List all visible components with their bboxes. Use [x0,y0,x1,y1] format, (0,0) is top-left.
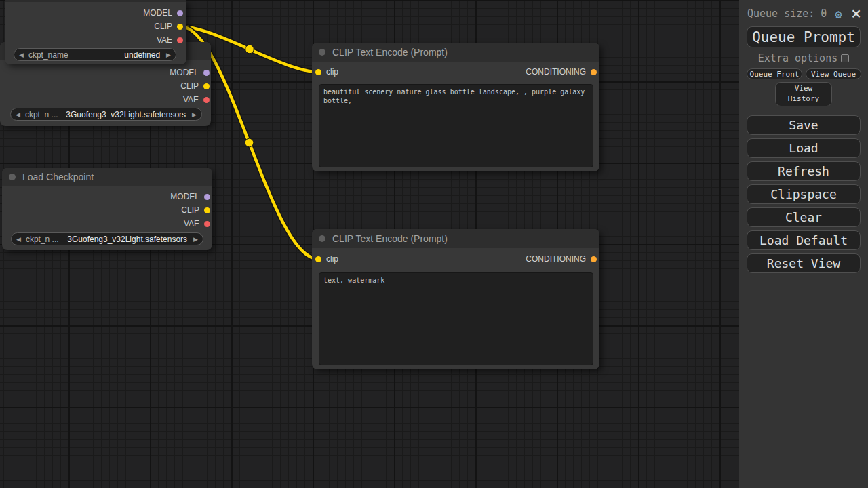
output-slot-clip[interactable]: CLIP [181,204,210,216]
extra-options-label: Extra options [758,52,837,64]
collapse-dot-icon[interactable] [319,235,326,242]
prev-arrow-icon[interactable]: ◀ [19,52,24,58]
node-graph-canvas[interactable]: MODEL CLIP VAE ◀ ckpt_n ... 3Guofeng3_v3… [0,0,739,488]
node-load-checkpoint[interactable]: Load Checkpoint MODEL CLIP VAE ◀ ckpt_n … [2,168,212,250]
clip-input-dot-icon[interactable] [315,69,321,75]
node-checkpoint-top[interactable]: MODEL CLIP VAE ◀ ckpt_name undefined ▶ [5,0,186,64]
close-icon[interactable]: × [851,7,861,20]
node-clip-encode-negative[interactable]: CLIP Text Encode (Prompt) clip CONDITION… [312,229,599,369]
load-button[interactable]: Load [747,138,861,158]
node-title: CLIP Text Encode (Prompt) [332,47,448,58]
output-slot-conditioning[interactable]: CONDITIONING [526,66,597,78]
widget-label: ckpt_n ... [25,110,58,119]
slot-label: MODEL [170,192,199,201]
save-button[interactable]: Save [747,115,861,135]
collapse-dot-icon[interactable] [319,49,326,56]
next-arrow-icon[interactable]: ▶ [193,236,198,243]
extra-options-checkbox[interactable] [841,54,849,62]
queue-prompt-button[interactable]: Queue Prompt [747,26,861,47]
queue-actions-row: Queue Front View Queue [747,68,861,79]
input-slot-clip[interactable]: clip [315,66,338,78]
model-slot-dot-icon[interactable] [203,70,210,76]
view-history-button[interactable]: View History [775,82,832,106]
widget-value: 3Guofeng3_v32Light.safetensors [67,235,187,244]
widget-label: ckpt_n ... [26,235,59,244]
slot-label: VAE [183,95,199,104]
node-title-bar[interactable] [5,0,186,2]
output-slot-clip[interactable]: CLIP [180,80,210,92]
output-slot-vae[interactable]: VAE [184,218,210,230]
node-title-bar[interactable]: CLIP Text Encode (Prompt) [312,43,599,62]
node-title-bar[interactable]: CLIP Text Encode (Prompt) [312,229,599,248]
refresh-button[interactable]: Refresh [747,161,861,181]
next-arrow-icon[interactable]: ▶ [166,52,171,58]
output-slot-vae[interactable]: VAE [157,34,183,46]
queue-front-button[interactable]: Queue Front [747,68,802,79]
input-slot-clip[interactable]: clip [315,253,338,265]
slot-label: CONDITIONING [526,254,586,264]
comfy-menu-panel: Queue size: 0 ⚙ × Queue Prompt Extra opt… [739,0,868,488]
negative-prompt-textarea[interactable]: text, watermark [319,272,593,365]
load-default-button[interactable]: Load Default [747,230,861,250]
collapse-dot-icon[interactable] [9,174,16,180]
vae-slot-dot-icon[interactable] [203,97,210,103]
ckpt-name-combo[interactable]: ◀ ckpt_name undefined ▶ [14,48,176,61]
extra-options-row: Extra options [739,53,868,64]
next-arrow-icon[interactable]: ▶ [192,111,197,118]
prev-arrow-icon[interactable]: ◀ [16,111,20,118]
ckpt-name-combo[interactable]: ◀ ckpt_n ... 3Guofeng3_v32Light.safetens… [11,232,203,245]
node-title: Load Checkpoint [22,171,94,182]
output-slot-vae[interactable]: VAE [183,94,210,106]
slot-label: clip [326,67,338,77]
slot-label: MODEL [143,8,172,18]
widget-value: 3Guofeng3_v32Light.safetensors [66,110,186,119]
output-slot-model[interactable]: MODEL [143,7,183,19]
clip-input-dot-icon[interactable] [315,256,321,262]
output-slot-conditioning[interactable]: CONDITIONING [526,253,597,265]
reset-view-button[interactable]: Reset View [747,253,861,273]
slot-label: CLIP [180,81,199,91]
settings-gear-icon[interactable]: ⚙ [835,7,842,21]
clip-slot-dot-icon[interactable] [177,24,183,30]
prev-arrow-icon[interactable]: ◀ [16,236,21,243]
slot-label: CONDITIONING [526,67,586,77]
model-slot-dot-icon[interactable] [177,10,183,16]
slot-label: MODEL [170,68,199,77]
slot-label: CLIP [181,205,199,215]
clear-button[interactable]: Clear [747,207,861,227]
node-clip-encode-positive[interactable]: CLIP Text Encode (Prompt) clip CONDITION… [312,43,599,171]
clip-slot-dot-icon[interactable] [204,207,210,214]
ckpt-name-combo[interactable]: ◀ ckpt_n ... 3Guofeng3_v32Light.safetens… [10,108,202,121]
queue-size-label: Queue size: 0 [747,7,835,20]
slot-label: clip [326,254,338,264]
vae-slot-dot-icon[interactable] [204,221,210,227]
slot-label: VAE [157,35,172,45]
output-slot-model[interactable]: MODEL [170,190,210,203]
slot-label: CLIP [154,22,172,31]
vae-slot-dot-icon[interactable] [177,37,183,43]
node-title-bar[interactable]: Load Checkpoint [2,168,212,186]
conditioning-slot-dot-icon[interactable] [591,69,597,75]
clipspace-button[interactable]: Clipspace [747,184,861,204]
widget-value: undefined [124,50,160,60]
clip-slot-dot-icon[interactable] [203,83,210,89]
positive-prompt-textarea[interactable]: beautiful scenery nature glass bottle la… [319,84,593,167]
model-slot-dot-icon[interactable] [204,194,210,200]
slot-label: VAE [184,219,199,228]
view-queue-button[interactable]: View Queue [806,68,861,79]
widget-label: ckpt_name [28,50,68,60]
menu-buttons-group: Save Load Refresh Clipspace Clear Load D… [739,115,868,273]
conditioning-slot-dot-icon[interactable] [591,256,597,262]
node-title: CLIP Text Encode (Prompt) [332,233,448,244]
queue-status-row: Queue size: 0 ⚙ × [747,5,861,22]
output-slot-model[interactable]: MODEL [170,66,210,79]
output-slot-clip[interactable]: CLIP [154,20,183,33]
